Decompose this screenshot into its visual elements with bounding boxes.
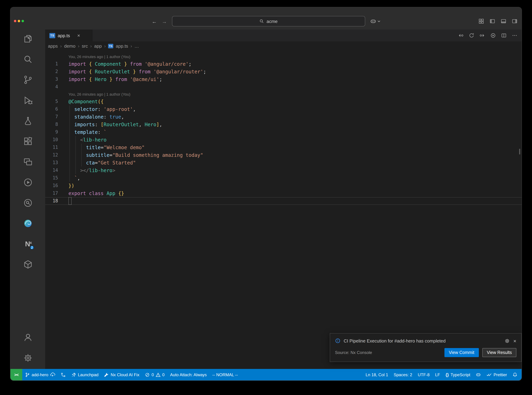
more-actions-icon[interactable] — [512, 33, 517, 38]
problems-item[interactable]: 0 0 — [142, 369, 167, 380]
language-label: TypeScript — [451, 372, 470, 377]
breadcrumb-item[interactable]: app — [94, 43, 102, 49]
notification-gear-icon[interactable] — [505, 338, 510, 343]
titlebar-layout-controls — [478, 15, 517, 27]
code-line[interactable]: @Component({ — [66, 98, 103, 105]
auto-attach-item[interactable]: Auto Attach: Always — [167, 369, 210, 380]
notifications-bell-item[interactable] — [510, 369, 520, 380]
split-editor-icon[interactable] — [501, 33, 507, 38]
code-line[interactable] — [66, 83, 69, 91]
breadcrumb-symbol-ellipsis[interactable]: … — [134, 43, 139, 49]
bell-icon — [513, 372, 517, 377]
toggle-panel-icon[interactable] — [501, 18, 506, 24]
code-line[interactable]: }) — [66, 182, 74, 190]
back-icon[interactable]: ← — [152, 19, 157, 24]
branch-item[interactable]: add-hero — [22, 369, 58, 380]
code-line[interactable]: subtitle="Build something amazing today" — [66, 151, 203, 159]
svg-text:N: N — [25, 240, 30, 248]
tab-app-ts[interactable]: TS app.ts × — [45, 30, 92, 41]
notification-close-icon[interactable]: × — [513, 338, 516, 343]
search-view-icon[interactable] — [23, 54, 33, 64]
view-results-button[interactable]: View Results — [482, 348, 516, 357]
source-control-icon[interactable] — [23, 75, 33, 84]
blame-codelens-row: You, 26 minutes ago | 1 author (You) — [45, 91, 521, 98]
tab-bar: TS app.ts × — [45, 30, 521, 41]
notification-source: Source: Nx Console — [335, 350, 372, 355]
code-line[interactable]: <lib-hero — [66, 136, 107, 144]
nx-cloud-label: Nx Cloud AI Fix — [111, 372, 139, 377]
code-line[interactable]: import { RouterOutlet } from '@angular/r… — [66, 68, 206, 76]
code-line[interactable]: export class App {} — [66, 190, 124, 197]
code-line-row: 8 imports: [RouterOutlet, Hero], — [45, 121, 521, 128]
formatter-item[interactable]: Prettier — [484, 369, 510, 380]
code-line[interactable]: ></lib-hero> — [66, 167, 115, 174]
blame-codelens[interactable]: You, 26 minutes ago | 1 author (You) — [66, 53, 130, 60]
customize-layout-icon[interactable] — [478, 18, 484, 24]
refresh-icon[interactable] — [469, 33, 474, 38]
code-search-icon[interactable] — [23, 198, 33, 208]
language-mode-item[interactable]: {} TypeScript — [443, 369, 473, 380]
code-line[interactable]: `, — [66, 174, 80, 182]
tab-close-icon[interactable]: × — [77, 33, 80, 38]
edge-tools-icon[interactable] — [23, 218, 33, 228]
code-line[interactable]: standalone: true, — [66, 113, 124, 121]
toggle-primary-sidebar-icon[interactable] — [490, 18, 495, 24]
launchpad-label: Launchpad — [78, 372, 98, 377]
breadcrumb-item[interactable]: src — [82, 43, 88, 49]
code-line[interactable]: template: ` — [66, 128, 107, 136]
encoding-item[interactable]: UTF-8 — [415, 369, 432, 380]
play-circle-icon[interactable] — [23, 177, 33, 187]
git-graph-item[interactable] — [58, 369, 69, 380]
code-line[interactable]: import { Hero } from '@acme/ui'; — [66, 76, 162, 83]
editor[interactable]: You, 26 minutes ago | 1 author (You)1imp… — [45, 50, 521, 369]
accounts-icon[interactable] — [23, 332, 33, 342]
view-commit-button[interactable]: View Commit — [444, 348, 479, 357]
breadcrumb-item[interactable]: apps — [48, 43, 58, 49]
command-center-search[interactable]: acme — [172, 16, 365, 27]
settings-gear-icon[interactable] — [23, 353, 33, 363]
testing-icon[interactable] — [23, 116, 33, 126]
remote-indicator[interactable]: >< — [11, 369, 22, 380]
forward-icon[interactable]: → — [162, 19, 167, 24]
next-change-icon[interactable] — [479, 33, 485, 38]
previous-change-icon[interactable] — [458, 33, 463, 38]
copilot-menu[interactable] — [370, 18, 380, 24]
nx-console-icon[interactable]: N x 2 — [23, 239, 33, 249]
chevron-right-icon: › — [90, 43, 92, 49]
code-line[interactable]: selector: 'app-root', — [66, 105, 136, 113]
run-debug-icon[interactable] — [23, 95, 33, 105]
indent-guide — [75, 136, 76, 174]
vim-mode-item[interactable]: -- NORMAL -- — [210, 369, 241, 380]
code-line[interactable]: import { Component } from '@angular/core… — [66, 60, 191, 68]
code-line[interactable]: title="Welcmoe demo" — [66, 144, 145, 151]
breadcrumb: apps › demo › src › app › TS app.ts › … — [45, 41, 521, 50]
explorer-icon[interactable] — [23, 34, 33, 44]
notification-message: CI Pipeline Execution for #add-hero has … — [344, 338, 501, 343]
code-line[interactable]: imports: [RouterOutlet, Hero], — [66, 121, 162, 128]
toggle-secondary-sidebar-icon[interactable] — [512, 18, 517, 24]
line-number: 16 — [45, 182, 66, 190]
titlebar-center: ← → acme — [11, 15, 521, 27]
line-number: 13 — [45, 159, 66, 167]
copilot-status-icon — [476, 372, 481, 377]
code-line-row: 5@Component({ — [45, 98, 521, 105]
code-line[interactable] — [66, 197, 69, 205]
indentation-item[interactable]: Spaces: 2 — [391, 369, 415, 380]
eol-item[interactable]: LF — [432, 369, 443, 380]
nx-cloud-item[interactable]: Nx Cloud AI Fix — [101, 369, 142, 380]
blame-codelens[interactable]: You, 26 minutes ago | 1 author (You) — [66, 91, 130, 98]
remote-explorer-icon[interactable] — [23, 157, 33, 167]
cursor-position-label: Ln 18, Col 1 — [365, 372, 388, 377]
launchpad-item[interactable]: Launchpad — [69, 369, 101, 380]
package-explorer-icon[interactable] — [23, 259, 33, 269]
code-line[interactable]: cta="Get Started" — [66, 159, 136, 167]
run-icon[interactable] — [490, 33, 496, 38]
notification-toast: CI Pipeline Execution for #add-hero has … — [330, 333, 521, 362]
breadcrumb-item[interactable]: demo — [64, 43, 75, 49]
cursor-position-item[interactable]: Ln 18, Col 1 — [363, 369, 391, 380]
status-bar: >< add-hero — [11, 369, 521, 380]
breadcrumb-file[interactable]: app.ts — [116, 43, 128, 49]
copilot-status-item[interactable] — [473, 369, 484, 380]
svg-text:x: x — [30, 240, 32, 245]
extensions-icon[interactable] — [23, 136, 33, 146]
